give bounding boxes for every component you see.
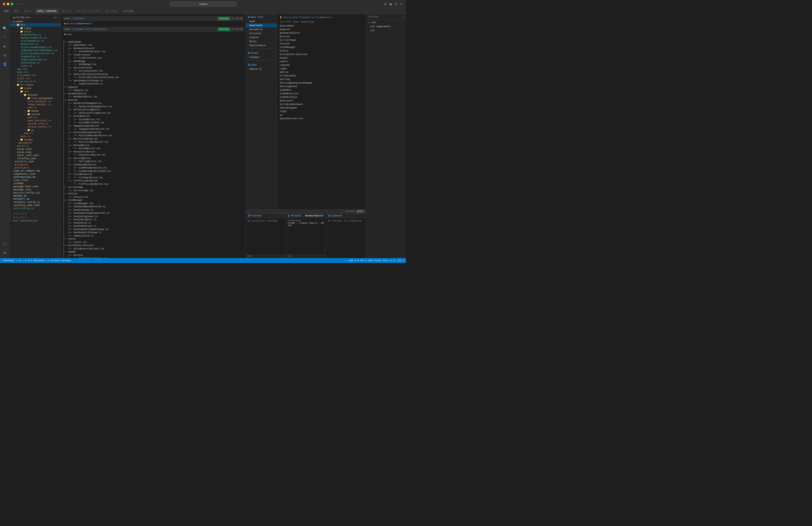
tab-spell-checker[interactable]: SPELL CHECKER: [35, 9, 59, 13]
sf-file-appsidebar[interactable]: AppSidebar: [278, 24, 365, 28]
fr-item-zsh-components[interactable]: zsh components: [366, 25, 406, 29]
sidebar-item-deletfile[interactable]: deletFile.ts: [10, 43, 61, 46]
sidebar-item-isbookmark[interactable]: isBookmarkInfoNotEmpty.ts: [10, 49, 61, 52]
sidebar-item-eslintrc[interactable]: .eslintrc.json: [10, 160, 61, 163]
sf-file-legends[interactable]: Legends: [278, 63, 365, 67]
sidebar-item-tailwind[interactable]: tailwind.config.js: [10, 201, 61, 204]
sidebar-item-utilsts[interactable]: utils.ts: [10, 65, 61, 68]
sf-file-labels[interactable]: Labels: [278, 60, 365, 63]
fr-item-zsh-1[interactable]: ▶ zsh: [366, 20, 406, 25]
sidebar-item-rustdeps[interactable]: ▸ RUST DEPENDENCIES: [10, 219, 61, 223]
sidebar-item-cargolock[interactable]: Cargo.lock: [10, 147, 61, 151]
forward-button[interactable]: ›: [21, 2, 24, 6]
sidebar-item-opendevtools[interactable]: open_devtools.rs: [10, 119, 61, 122]
sf-nav-documents[interactable]: Documents: [246, 27, 277, 31]
sf-nav-flanker[interactable]: Flanker: [246, 55, 277, 59]
tab-debug-console[interactable]: デバッグ コンソール: [75, 9, 103, 14]
sidebar-item-contributing[interactable]: CONTRIBUTING.md: [10, 176, 61, 179]
sidebar-item-componentsjson[interactable]: components.json: [10, 172, 61, 176]
sf-nav-pictures[interactable]: Pictures: [246, 31, 277, 35]
sidebar-item-viteenv[interactable]: vite-env.d.ts: [10, 80, 61, 83]
sf-nav-publicshare[interactable]: PublicShare: [246, 43, 277, 47]
sidebar-item-fillscreen[interactable]: fillScreenNotEmpty.ts: [10, 46, 61, 49]
sf-nav-music[interactable]: Music: [246, 40, 277, 43]
close-window-button[interactable]: ✕: [400, 2, 403, 6]
sf-file-privacymode[interactable]: PrivacyMode: [278, 74, 365, 77]
sidebar-item-windowevents[interactable]: window_events.rs: [10, 125, 61, 128]
sidebar-item-src2[interactable]: ▾ 📁 src: [10, 90, 61, 93]
panel-button[interactable]: ▣: [389, 2, 393, 6]
sidebar-item-readme[interactable]: README.md: [10, 194, 61, 198]
sidebar-item-indexhtml[interactable]: index.html: [10, 179, 61, 182]
sidebar-item-style[interactable]: style.css: [10, 77, 61, 80]
sf-file-header[interactable]: Header: [278, 56, 365, 60]
status-reconnect[interactable]: Reconnect to Discord Gateway: [33, 259, 71, 262]
sidebar-item-packagelock[interactable]: package-lock.json: [10, 185, 61, 188]
sidebar-item-tsconfigjson[interactable]: tsconfig.json: [10, 157, 61, 160]
sidebar-item-media[interactable]: ▸ 📁 media: [10, 109, 61, 113]
sf-file-ui[interactable]: ui: [278, 113, 365, 117]
sidebar-item-backgroundutils[interactable]: backgroundUtils.ts: [10, 36, 61, 40]
status-info[interactable]: ℹ 0: [28, 259, 32, 262]
sidebar-item-modules[interactable]: ▾ 📁 modules: [10, 93, 61, 97]
sf-file-sortablebookmark[interactable]: SortableBookmark: [278, 102, 365, 106]
sidebar-item-codeofconduct[interactable]: CODE_OF_CONDUCT.md: [10, 169, 61, 172]
activity-icon-git[interactable]: ⑂: [1, 34, 9, 41]
sidebar-item-filemanagement[interactable]: ▾ 📁 file_management: [10, 97, 61, 100]
sf-file-buttons[interactable]: Buttons: [278, 35, 365, 38]
terminal-panel[interactable]: ocat ~/Flanker develop 12:09:29 ▶cd src/…: [61, 14, 246, 258]
sidebar-item-mainrs[interactable]: main.rs: [10, 135, 61, 138]
sidebar-item-mod2[interactable]: mod.rs: [10, 116, 61, 119]
sf-file-filemanager[interactable]: FileManager: [278, 45, 365, 49]
sidebar-item-srctauri[interactable]: ▾ 📁 src-tauri: [10, 83, 61, 86]
tab-port[interactable]: ポート: [22, 9, 34, 14]
sidebar-item-saveconfig[interactable]: saveConfig.ts: [10, 61, 61, 65]
sidebar-more-icon[interactable]: ⋯: [57, 16, 58, 19]
sf-file-sidemenufavs[interactable]: SideMenuFavs: [278, 95, 365, 99]
sidebar-item-types[interactable]: ▾ 📁 types: [10, 27, 61, 30]
activity-icon-files[interactable]: [1, 16, 9, 23]
sf-nav-downloads[interactable]: Downloads: [246, 24, 277, 27]
sidebar-item-imagehandler[interactable]: image_handler.rs: [10, 103, 61, 106]
sf-file-tight[interactable]: Tight: [278, 110, 365, 113]
sidebar-item-gitignore[interactable]: .gitignore: [10, 163, 61, 166]
sidebar-item-tauriconf[interactable]: tauri.conf.json: [10, 154, 61, 157]
sf-file-splashscreen[interactable]: SplashScreen.tsx: [278, 117, 365, 120]
activity-icon-settings[interactable]: ⚙: [1, 249, 9, 256]
sf-nav-videos[interactable]: Videos: [246, 35, 277, 40]
sidebar-item-storybook[interactable]: storybook.css: [10, 74, 61, 77]
activity-icon-remote[interactable]: ⟨⟩: [1, 240, 9, 247]
sidebar-item-filehandlers[interactable]: file_handlers.rs: [10, 100, 61, 103]
tab-comments[interactable]: コメント: [59, 9, 74, 14]
tab-overview[interactable]: 概要: [2, 9, 11, 14]
activity-icon-debug[interactable]: ▶: [1, 43, 9, 50]
sidebar-item-license[interactable]: LICENSE: [10, 182, 61, 185]
tab-terminal[interactable]: ターミナル: [103, 9, 120, 14]
sf-file-sidemenu[interactable]: SideMenu: [278, 88, 365, 92]
sf-file-favicon[interactable]: Favicon: [278, 42, 365, 45]
sidebar-item-icons[interactable]: ▸ 📁 icons: [10, 86, 61, 90]
maximize-button[interactable]: [11, 3, 13, 5]
sf-file-settingreset[interactable]: SettingReset: [278, 85, 365, 88]
sidebar-item-loadfilecontent[interactable]: loadFileContent.ts: [10, 58, 61, 61]
sidebar-item-postcss[interactable]: postcss.config.cjs: [10, 191, 61, 194]
sf-file-sidemenulists[interactable]: SideMenuLists: [278, 92, 365, 95]
sf-file-settingbg[interactable]: SettingBackgroundImage: [278, 81, 365, 85]
activity-icon-extensions[interactable]: ⊞: [1, 52, 9, 59]
sidebar-item-package[interactable]: package.json: [10, 188, 61, 191]
sidebar-item-viteconfig[interactable]: vite.config.ts: [10, 207, 61, 210]
sf-file-footer[interactable]: Footer: [278, 49, 365, 53]
sidebar-item-mod[interactable]: mod.rs: [10, 106, 61, 109]
sidebar-item-target[interactable]: ▸ 📁 target: [10, 138, 61, 141]
sidebar-item-flanker[interactable]: ▾ FLANKER: [10, 20, 61, 23]
sf-file-tablewrapper[interactable]: TableWrapper: [278, 106, 365, 110]
view-button[interactable]: ⊡: [394, 2, 398, 6]
sf-file-setting[interactable]: Setting: [278, 77, 365, 81]
search-input[interactable]: Flanker: [170, 2, 237, 6]
sidebar-item-buildrs[interactable]: build.rs: [10, 144, 61, 147]
sidebar-item-gitignore2[interactable]: .gitignore: [10, 141, 61, 144]
sidebar-item-cargotoml[interactable]: Cargo.toml: [10, 151, 61, 154]
sidebar-new-file-icon[interactable]: ⊕: [54, 16, 56, 19]
sf-file-smallcard[interactable]: SmallCard: [278, 99, 365, 102]
sf-file-bookmarkeditor[interactable]: BookmarkEditor: [278, 31, 365, 35]
